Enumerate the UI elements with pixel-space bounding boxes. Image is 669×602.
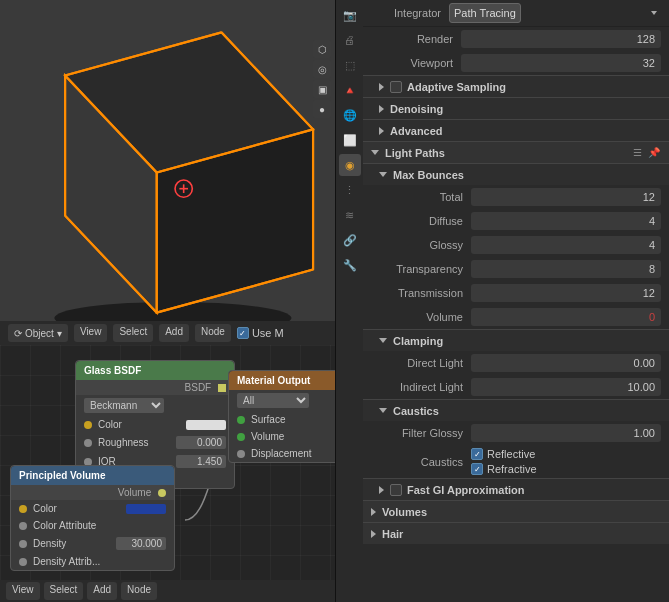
clamping-triangle [379,338,387,343]
ne-node-button[interactable]: Node [121,582,157,600]
volume-value[interactable] [471,308,661,326]
modifiers-icon-btn[interactable]: 🔧 [339,254,361,276]
ior-input[interactable] [176,455,226,468]
surface-socket [237,416,245,424]
transparency-value[interactable] [471,260,661,278]
color-label: Color [98,419,180,430]
filter-glossy-value[interactable] [471,424,661,442]
adaptive-sampling-section[interactable]: Adaptive Sampling [363,75,669,97]
denoising-section[interactable]: Denoising [363,97,669,119]
refractive-checkbox[interactable] [471,463,483,475]
glossy-value[interactable] [471,236,661,254]
view-button[interactable]: View [74,324,108,342]
transmission-label: Transmission [371,287,471,299]
physics-icon-btn[interactable]: ≋ [339,204,361,226]
direct-light-value[interactable] [471,354,661,372]
clamping-section[interactable]: Clamping [363,329,669,351]
all-select[interactable]: All [237,393,309,408]
viewport-value[interactable] [461,54,661,72]
principled-volume-node: Principled Volume Volume Color Color Att… [10,465,175,571]
integrator-select[interactable]: Path Tracing [449,3,521,23]
view-layer-icon-btn[interactable]: ⬚ [339,54,361,76]
select-button[interactable]: Select [113,324,153,342]
scene-icon-btn[interactable]: 🔺 [339,79,361,101]
diffuse-row: Diffuse [363,209,669,233]
viewport-shading-icon[interactable]: ● [313,100,331,118]
reflective-label: Reflective [487,448,535,460]
material-icon-btn[interactable]: ◉ [339,154,361,176]
adaptive-sampling-triangle [379,83,384,91]
fast-gi-section[interactable]: Fast GI Approximation [363,478,669,500]
node-button[interactable]: Node [195,324,231,342]
total-value[interactable] [471,188,661,206]
caustics-section[interactable]: Caustics [363,399,669,421]
render-label: Render [371,33,461,45]
use-m-checkbox[interactable] [237,327,249,339]
light-paths-section[interactable]: Light Paths ☰ 📌 [363,141,669,163]
distribution-select[interactable]: Beckmann [84,398,164,413]
fast-gi-triangle [379,486,384,494]
max-bounces-triangle [379,172,387,177]
particle-icon-btn[interactable]: ⋮ [339,179,361,201]
volume-label: Volume [371,311,471,323]
list-icon[interactable]: ☰ [630,146,644,160]
advanced-section[interactable]: Advanced [363,119,669,141]
hair-section[interactable]: Hair [363,522,669,544]
viewport-mode-icon[interactable]: ⬡ [313,40,331,58]
pv-color-label: Color [33,503,120,514]
roughness-socket [84,439,92,447]
viewport-row: Viewport [363,51,669,75]
viewport[interactable]: ⬡ ◎ ▣ ● ⟳ Object ▾ View Select Add Node … [0,0,335,345]
pin-icon[interactable]: 📌 [647,146,661,160]
volume-socket [237,433,245,441]
volume-row: Volume [229,428,335,445]
add-button[interactable]: Add [159,324,189,342]
adaptive-sampling-checkbox[interactable] [390,81,402,93]
caustics-checkbox-label: Caustics [371,456,471,468]
object-icon-btn[interactable]: ⬜ [339,129,361,151]
caustics-title: Caustics [393,405,661,417]
volume-label: Volume [251,431,335,442]
node-editor[interactable]: Glass BSDF BSDF Beckmann Color Roughness [0,345,335,602]
render-icon-btn[interactable]: 📷 [339,4,361,26]
indirect-light-value[interactable] [471,378,661,396]
light-paths-title: Light Paths [385,147,630,159]
color-swatch[interactable] [186,420,226,430]
viewport-xray-icon[interactable]: ▣ [313,80,331,98]
constraints-icon-btn[interactable]: 🔗 [339,229,361,251]
world-icon-btn[interactable]: 🌐 [339,104,361,126]
use-m-toggle: Use M [237,327,284,339]
pv-density-input[interactable] [116,537,166,550]
pv-density-attr-socket [19,558,27,566]
render-value[interactable] [461,30,661,48]
left-panel: ⬡ ◎ ▣ ● ⟳ Object ▾ View Select Add Node … [0,0,335,602]
total-row: Total [363,185,669,209]
color-row: Color [76,416,234,433]
pv-color-swatch[interactable] [126,504,166,514]
output-icon-btn[interactable]: 🖨 [339,29,361,51]
ne-select-button[interactable]: Select [44,582,84,600]
viewport-overlay-icon[interactable]: ◎ [313,60,331,78]
volumes-section[interactable]: Volumes [363,500,669,522]
max-bounces-section[interactable]: Max Bounces [363,163,669,185]
hair-title: Hair [382,528,661,540]
fast-gi-title: Fast GI Approximation [407,484,661,496]
indirect-light-row: Indirect Light [363,375,669,399]
fast-gi-checkbox[interactable] [390,484,402,496]
filter-glossy-label: Filter Glossy [371,427,471,439]
reflective-row: Reflective [471,448,661,460]
reflective-checkbox[interactable] [471,448,483,460]
diffuse-value[interactable] [471,212,661,230]
denoising-title: Denoising [390,103,661,115]
viewport-side-icons: ⬡ ◎ ▣ ● [313,40,331,118]
ne-add-button[interactable]: Add [87,582,117,600]
roughness-input[interactable] [176,436,226,449]
mode-button[interactable]: ⟳ Object ▾ [8,324,68,342]
material-output-node: Material Output All Surface Volume Displ… [228,370,335,463]
transmission-value[interactable] [471,284,661,302]
refractive-row: Refractive [471,463,661,475]
distribution-row: Beckmann [76,395,234,416]
volume-output-label: Volume [11,485,174,500]
properties-panel: Integrator Path Tracing Render Viewport [363,0,669,602]
ne-view-button[interactable]: View [6,582,40,600]
